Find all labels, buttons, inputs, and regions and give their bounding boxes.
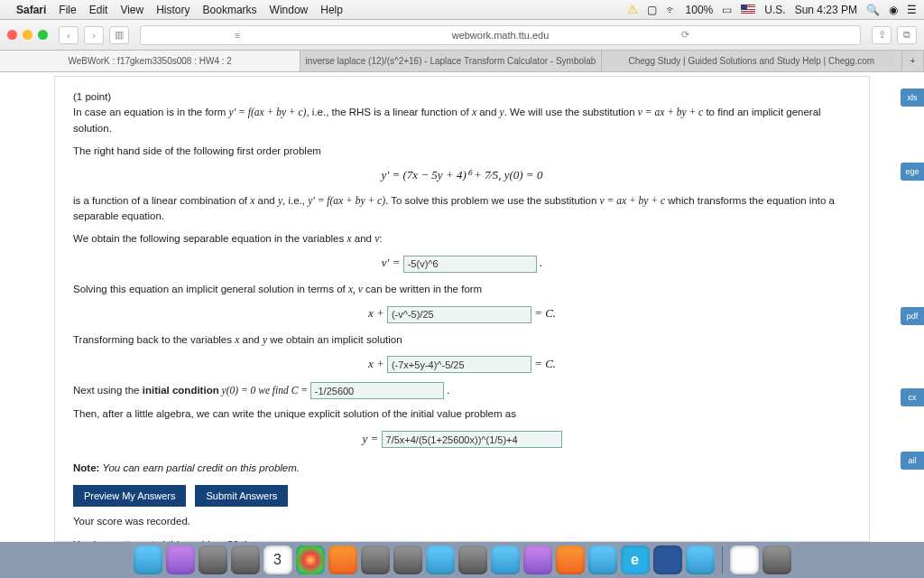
safari-window: ‹ › ▥ ≡ webwork.math.ttu.edu ⟳ ⇪ ⧉ WeBWo…: [0, 20, 924, 542]
menu-view[interactable]: View: [120, 4, 143, 16]
appstore-icon[interactable]: [588, 545, 617, 574]
final-intro: Then, after a little algebra, we can wri…: [73, 406, 851, 422]
dock-separator: [722, 546, 723, 573]
answer-1-input[interactable]: [403, 256, 537, 273]
menu-help[interactable]: Help: [320, 4, 343, 16]
side-tab-ail[interactable]: ail: [901, 452, 924, 470]
tabs-button[interactable]: ⧉: [897, 26, 917, 44]
side-tab-cx[interactable]: cx: [901, 388, 924, 406]
chrome-icon[interactable]: [296, 545, 325, 574]
tab-webwork[interactable]: WeBWorK : f17gkem3350s008 : HW4 : 2: [0, 51, 300, 71]
compass-icon[interactable]: [686, 545, 715, 574]
menu-icon[interactable]: ☰: [907, 4, 917, 16]
menu-bookmarks[interactable]: Bookmarks: [203, 4, 257, 16]
answer-4-input[interactable]: [310, 382, 444, 399]
points-label: (1 point): [73, 91, 111, 102]
preferences-icon[interactable]: [361, 545, 390, 574]
warning-icon[interactable]: ⚠: [627, 3, 638, 16]
launchpad-icon[interactable]: [491, 545, 520, 574]
page-content: xls ege pdf cx ail (1 point) In case an …: [0, 72, 924, 542]
itunes-icon[interactable]: [523, 545, 552, 574]
tab-chegg[interactable]: Chegg Study | Guided Solutions and Study…: [602, 51, 902, 71]
new-tab-button[interactable]: +: [902, 51, 924, 71]
answer-5-input[interactable]: [382, 431, 562, 448]
side-tab-pdf[interactable]: pdf: [901, 307, 924, 325]
input-locale[interactable]: U.S.: [764, 4, 785, 16]
side-tab-ege[interactable]: ege: [901, 163, 924, 181]
score-recorded: Your score was recorded.: [73, 514, 851, 529]
ibooks-icon[interactable]: [556, 545, 585, 574]
maps-icon[interactable]: [458, 545, 487, 574]
trash-icon[interactable]: [762, 545, 791, 574]
menu-window[interactable]: Window: [270, 4, 309, 16]
macos-menubar: Safari File Edit View History Bookmarks …: [0, 0, 924, 20]
address-bar[interactable]: ≡ webwork.math.ttu.edu ⟳: [140, 25, 861, 45]
photos-icon[interactable]: [393, 545, 422, 574]
ie-icon[interactable]: e: [621, 545, 650, 574]
sidebar-button[interactable]: ▥: [109, 26, 129, 44]
minimize-window-button[interactable]: [23, 30, 32, 40]
wifi-icon[interactable]: ᯤ: [666, 4, 677, 16]
mail-icon[interactable]: [231, 545, 260, 574]
answer-3-input[interactable]: [387, 356, 531, 373]
tab-bar: WeBWorK : f17gkem3350s008 : HW4 : 2 inve…: [0, 51, 924, 72]
close-window-button[interactable]: [7, 30, 17, 40]
fullscreen-window-button[interactable]: [38, 30, 48, 40]
ode-equation: y′ = (7x − 5y + 4)⁶ + 7⁄5, y(0) = 0: [73, 166, 851, 184]
spotlight-icon[interactable]: 🔍: [866, 4, 880, 16]
dock: 3 e: [0, 542, 924, 578]
reload-icon[interactable]: ⟳: [681, 29, 689, 41]
rhs-intro: The right hand side of the following fir…: [73, 144, 851, 159]
preview-answers-button[interactable]: Preview My Answers: [73, 485, 186, 507]
downloads-icon[interactable]: [730, 545, 759, 574]
word-icon[interactable]: [653, 545, 682, 574]
side-tab-xls[interactable]: xls: [901, 89, 924, 107]
notification-icon[interactable]: ◉: [889, 4, 898, 16]
safari-dock-icon[interactable]: [199, 545, 227, 574]
reader-icon[interactable]: ≡: [235, 30, 240, 41]
battery-percent: 100%: [686, 4, 714, 16]
problem-sheet: (1 point) In case an equation is in the …: [54, 76, 870, 542]
airplay-icon[interactable]: ▢: [647, 4, 657, 16]
tab-symbolab[interactable]: inverse laplace (12)/(s^2+16) - Laplace …: [300, 51, 601, 71]
back-button[interactable]: ‹: [59, 26, 79, 44]
app-name[interactable]: Safari: [16, 4, 46, 16]
menu-history[interactable]: History: [156, 4, 189, 16]
clock: Sun 4:23 PM: [795, 4, 857, 16]
battery-icon[interactable]: ▭: [722, 4, 732, 16]
firefox-icon[interactable]: [328, 545, 357, 574]
menu-edit[interactable]: Edit: [89, 4, 108, 16]
submit-answers-button[interactable]: Submit Answers: [195, 485, 288, 507]
calendar-icon[interactable]: 3: [263, 545, 292, 574]
menu-file[interactable]: File: [59, 4, 76, 16]
siri-icon[interactable]: [166, 545, 195, 574]
messages-icon[interactable]: [426, 545, 455, 574]
flag-icon[interactable]: [741, 5, 755, 14]
answer-2-input[interactable]: [387, 306, 531, 323]
forward-button[interactable]: ›: [84, 26, 104, 44]
browser-toolbar: ‹ › ▥ ≡ webwork.math.ttu.edu ⟳ ⇪ ⧉: [0, 20, 924, 51]
finder-icon[interactable]: [134, 545, 162, 574]
share-button[interactable]: ⇪: [872, 26, 892, 44]
